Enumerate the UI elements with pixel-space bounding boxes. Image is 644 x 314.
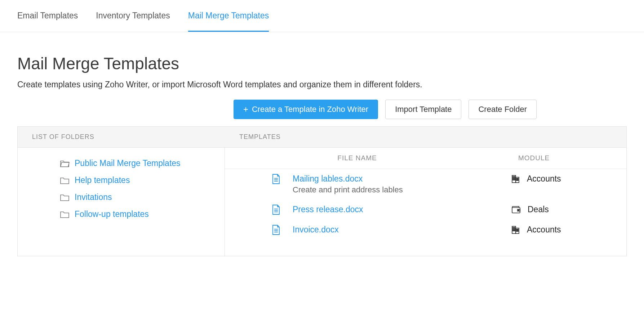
module-label: Deals — [528, 205, 549, 214]
folder-item-public[interactable]: Public Mail Merge Templates — [18, 155, 225, 172]
module-label: Accounts — [527, 225, 561, 235]
plus-icon: + — [243, 105, 248, 114]
tab-mail-merge-templates[interactable]: Mail Merge Templates — [188, 11, 269, 32]
create-template-writer-button[interactable]: + Create a Template in Zoho Writer — [234, 100, 378, 119]
svg-rect-31 — [514, 230, 515, 231]
content-area: Mail Merge Templates Create templates us… — [0, 32, 644, 271]
templates-subheader: FILE NAME MODULE — [225, 148, 626, 169]
svg-rect-32 — [516, 229, 517, 230]
folder-label: Public Mail Merge Templates — [75, 158, 181, 168]
module-cell: Accounts — [489, 174, 626, 184]
file-name-link[interactable]: Press release.docx — [293, 205, 363, 214]
svg-rect-34 — [516, 231, 517, 231]
svg-rect-7 — [513, 178, 514, 179]
import-template-label: Import Template — [395, 105, 452, 114]
svg-rect-29 — [514, 229, 515, 230]
file-text: Mailing lables.docx Create and print add… — [293, 174, 403, 195]
templates-table: LIST OF FOLDERS TEMPLATES Public Mail Me… — [17, 126, 627, 256]
template-row: Mailing lables.docx Create and print add… — [225, 169, 626, 200]
svg-rect-9 — [513, 179, 514, 180]
file-name-link[interactable]: Invoice.docx — [293, 225, 339, 235]
module-cell: Deals — [489, 205, 626, 214]
svg-rect-33 — [518, 229, 518, 230]
file-cell: Invoice.docx — [225, 225, 489, 235]
table-body: Public Mail Merge Templates Help templat… — [18, 148, 626, 256]
template-row: Press release.docx Deals — [225, 200, 626, 220]
col-header-templates: TEMPLATES — [225, 127, 626, 147]
building-icon — [511, 174, 520, 184]
templates-pane: FILE NAME MODULE — [225, 148, 626, 256]
svg-rect-14 — [518, 180, 518, 180]
svg-rect-27 — [514, 227, 515, 228]
tab-inventory-templates[interactable]: Inventory Templates — [96, 11, 170, 32]
file-cell: Mailing lables.docx Create and print add… — [225, 174, 489, 195]
svg-rect-8 — [514, 178, 515, 179]
wallet-icon — [511, 205, 521, 214]
file-name-link[interactable]: Mailing lables.docx — [293, 174, 403, 184]
create-folder-button[interactable]: Create Folder — [468, 100, 537, 119]
file-cell: Press release.docx — [225, 205, 489, 215]
svg-rect-10 — [514, 179, 515, 180]
file-description: Create and print address lables — [293, 185, 403, 195]
svg-rect-28 — [513, 229, 514, 230]
folder-open-icon — [60, 160, 70, 167]
col-header-module: MODULE — [489, 154, 626, 162]
document-icon — [272, 174, 280, 184]
action-bar: + Create a Template in Zoho Writer Impor… — [17, 100, 627, 119]
template-row: Invoice.docx — [225, 220, 626, 240]
svg-rect-11 — [516, 178, 517, 179]
svg-rect-26 — [513, 227, 514, 228]
svg-point-20 — [518, 210, 519, 210]
svg-rect-30 — [513, 230, 514, 231]
folder-item-help[interactable]: Help templates — [18, 172, 225, 189]
page-title: Mail Merge Templates — [17, 54, 627, 73]
svg-rect-5 — [513, 176, 514, 177]
module-label: Accounts — [527, 174, 561, 184]
col-header-filename: FILE NAME — [225, 154, 489, 162]
create-template-writer-label: Create a Template in Zoho Writer — [252, 105, 368, 114]
svg-rect-6 — [514, 176, 515, 177]
folder-label: Follow-up templates — [75, 209, 149, 219]
create-folder-label: Create Folder — [478, 105, 527, 114]
svg-rect-12 — [518, 178, 518, 179]
svg-rect-13 — [516, 180, 517, 180]
document-icon — [272, 225, 280, 235]
tab-email-templates[interactable]: Email Templates — [17, 11, 78, 32]
file-text: Press release.docx — [293, 205, 363, 214]
folder-item-invitations[interactable]: Invitations — [18, 189, 225, 206]
folders-pane: Public Mail Merge Templates Help templat… — [18, 148, 225, 256]
folder-item-followup[interactable]: Follow-up templates — [18, 206, 225, 223]
module-cell: Accounts — [489, 225, 626, 235]
folder-label: Invitations — [75, 192, 112, 202]
table-header-row: LIST OF FOLDERS TEMPLATES — [18, 127, 626, 148]
tabs-bar: Email Templates Inventory Templates Mail… — [0, 0, 644, 32]
folder-icon — [60, 193, 70, 201]
document-icon — [272, 205, 280, 215]
svg-rect-35 — [518, 231, 518, 231]
import-template-button[interactable]: Import Template — [385, 100, 461, 119]
folder-icon — [60, 210, 70, 218]
building-icon — [511, 225, 520, 235]
folder-label: Help templates — [75, 175, 130, 185]
col-header-folders: LIST OF FOLDERS — [18, 127, 225, 147]
file-text: Invoice.docx — [293, 225, 339, 235]
folder-icon — [60, 176, 70, 184]
page-description: Create templates using Zoho Writer, or i… — [17, 80, 627, 90]
